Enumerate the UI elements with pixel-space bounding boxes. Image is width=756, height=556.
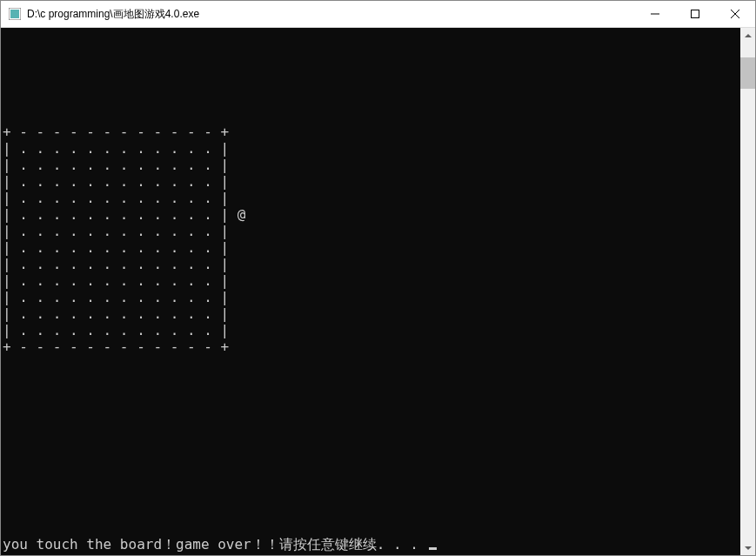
scroll-thumb[interactable] [740, 57, 755, 89]
scroll-down-icon[interactable] [740, 540, 755, 555]
text-cursor [429, 547, 437, 550]
svg-rect-3 [692, 10, 699, 18]
console-output[interactable]: + - - - - - - - - - - - - + | . . . . . … [1, 28, 740, 555]
maximize-button[interactable] [675, 1, 715, 27]
title-bar[interactable]: D:\c programming\画地图游戏4.0.exe [1, 1, 755, 28]
vertical-scrollbar[interactable] [740, 28, 755, 555]
window-title: D:\c programming\画地图游戏4.0.exe [27, 7, 635, 22]
scroll-up-icon[interactable] [740, 28, 755, 43]
svg-marker-7 [745, 546, 752, 550]
app-icon [8, 7, 22, 21]
app-window: D:\c programming\画地图游戏4.0.exe + - - - - … [0, 0, 756, 556]
client-area: + - - - - - - - - - - - - + | . . . . . … [1, 28, 755, 555]
game-board: + - - - - - - - - - - - - + | . . . . . … [3, 124, 245, 355]
window-buttons [635, 1, 755, 27]
minimize-button[interactable] [635, 1, 675, 27]
status-line: you touch the board！game over！！请按任意键继续. … [3, 536, 437, 553]
status-text: you touch the board！game over！！请按任意键继续. … [3, 536, 427, 553]
close-button[interactable] [715, 1, 755, 27]
svg-marker-6 [745, 34, 752, 37]
svg-rect-1 [10, 10, 19, 18]
